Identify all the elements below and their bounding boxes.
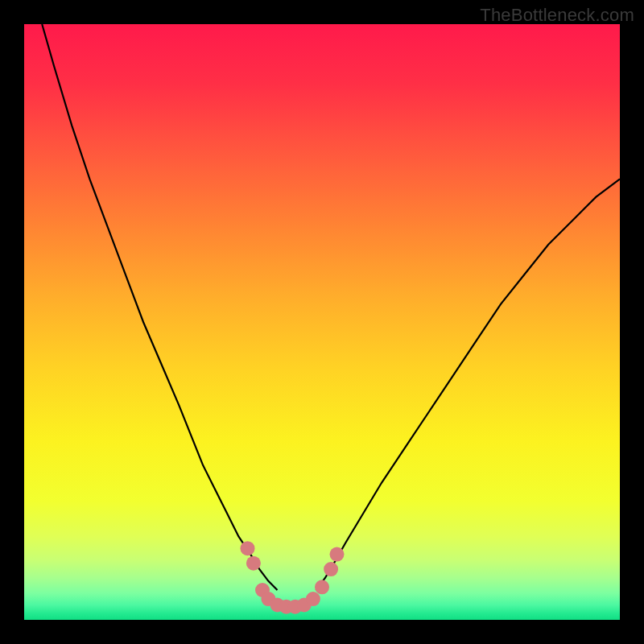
chart-frame: TheBottleneck.com xyxy=(0,0,644,644)
bottleneck-chart xyxy=(24,24,620,620)
watermark-text: TheBottleneck.com xyxy=(480,5,634,26)
gradient-background xyxy=(24,24,620,620)
marker-point xyxy=(241,541,255,555)
marker-point xyxy=(246,556,261,571)
marker-point xyxy=(324,562,338,576)
marker-point xyxy=(315,580,329,594)
marker-point xyxy=(306,592,320,606)
plot-area xyxy=(24,24,620,620)
marker-point xyxy=(330,547,345,562)
